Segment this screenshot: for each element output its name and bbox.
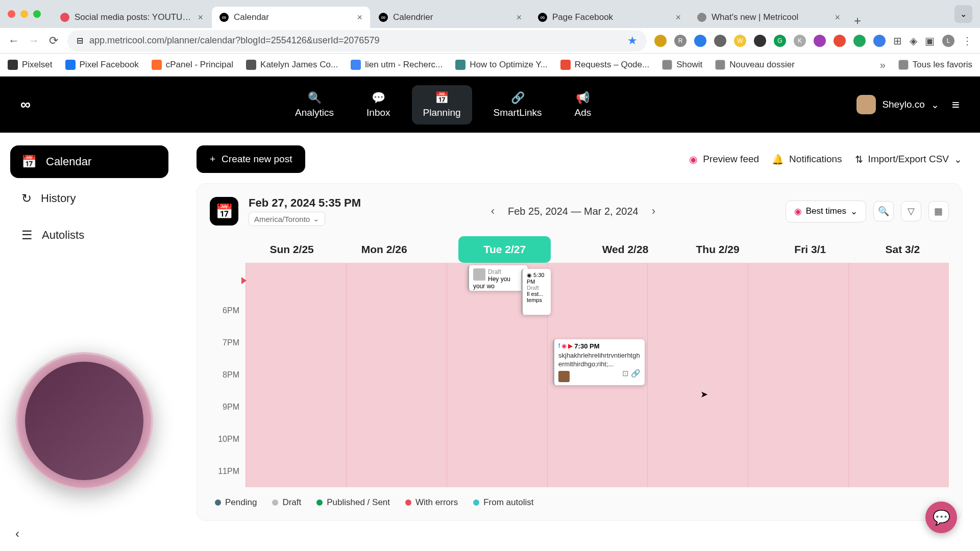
bookmark-nouveau[interactable]: Nouveau dossier: [715, 60, 795, 70]
tabs-dropdown[interactable]: ⌄: [954, 5, 972, 23]
transfer-icon: ⇅: [855, 154, 863, 165]
ext-icon[interactable]: K: [794, 35, 806, 47]
ext-icon[interactable]: ◈: [910, 35, 917, 47]
ext-icon[interactable]: [714, 35, 726, 47]
address-bar[interactable]: ⊟ app.metricool.com/planner/calendar?blo…: [67, 30, 647, 52]
reload-button[interactable]: ⟳: [47, 34, 60, 47]
sidebar-autolists[interactable]: ☰Autolists: [10, 219, 168, 252]
sidebar-calendar[interactable]: 📅Calendar: [10, 145, 168, 178]
url-text: app.metricool.com/planner/calendar?blogI…: [89, 35, 621, 46]
tab-title: Page Facebook: [552, 12, 670, 22]
tab-calendrier[interactable]: ∞ Calendrier ×: [371, 7, 529, 28]
profile-avatar[interactable]: L: [942, 35, 954, 47]
user-menu[interactable]: Sheylo.co ⌄: [856, 95, 939, 114]
post-actions[interactable]: ⊡ 🔗: [622, 369, 641, 378]
sidebar-history[interactable]: ↻History: [10, 182, 168, 215]
search-button[interactable]: 🔍: [873, 201, 894, 221]
nav-inbox[interactable]: 💬Inbox: [355, 85, 401, 124]
calendar-large-icon: 📅: [210, 197, 238, 226]
next-week-button[interactable]: ›: [648, 201, 659, 222]
preview-feed-link[interactable]: ◉Preview feed: [689, 154, 759, 165]
notifications-link[interactable]: 🔔Notifications: [772, 154, 842, 165]
sidepanel-icon[interactable]: ▣: [925, 35, 935, 47]
bookmark-star-icon[interactable]: ★: [627, 34, 638, 47]
link-icon: 🔗: [511, 91, 525, 105]
time-grid[interactable]: 6PM 7PM 8PM 9PM 10PM 11PM Draft Hey: [210, 263, 949, 487]
bookmark-showit[interactable]: Showit: [662, 60, 702, 70]
window-controls: [8, 10, 41, 18]
nav-ads[interactable]: 📢Ads: [564, 85, 603, 124]
ext-icon[interactable]: [873, 35, 886, 47]
prev-week-button[interactable]: ‹: [487, 201, 499, 222]
collapse-sidebar[interactable]: ‹: [15, 527, 19, 541]
bookmark-cpanel[interactable]: cPanel - Principal: [152, 60, 233, 70]
filter-button[interactable]: ▽: [901, 201, 921, 221]
create-post-button[interactable]: +Create new post: [197, 145, 305, 173]
all-bookmarks[interactable]: Tous les favoris: [898, 60, 972, 70]
nav-planning[interactable]: 📅Planning: [412, 85, 472, 124]
close-icon[interactable]: ×: [198, 12, 203, 23]
ext-icon[interactable]: G: [774, 35, 786, 47]
day-header-tue-today: Tue 2/27: [458, 236, 551, 263]
site-info-icon[interactable]: ⊟: [77, 36, 83, 45]
day-header-sat: Sat 3/2: [856, 236, 949, 263]
tab-social-media[interactable]: Social media posts: YOUTUBE ×: [53, 7, 211, 28]
ext-icon[interactable]: [834, 35, 846, 47]
ext-icon[interactable]: [853, 35, 866, 47]
tab-calendar[interactable]: ∞ Calendar ×: [212, 7, 370, 28]
minimize-window[interactable]: [20, 10, 28, 18]
nav-smartlinks[interactable]: 🔗SmartLinks: [482, 85, 553, 124]
bookmark-pixel-fb[interactable]: Pixel Facebook: [65, 60, 139, 70]
legend: Pending Draft Published / Sent With erro…: [210, 497, 949, 508]
logo[interactable]: ∞: [20, 96, 30, 113]
ext-icon[interactable]: [654, 35, 667, 47]
sidebar: 📅Calendar ↻History ☰Autolists ‹: [0, 133, 179, 551]
best-times-dropdown[interactable]: ◉Best times⌄: [786, 201, 866, 222]
close-icon[interactable]: ×: [357, 12, 362, 23]
maximize-window[interactable]: [33, 10, 41, 18]
post-card-draft-2[interactable]: ◉ 5:30 PM Draft Il est... temps: [521, 269, 551, 315]
ext-icon[interactable]: [694, 35, 706, 47]
import-export-link[interactable]: ⇅Import/Export CSV⌄: [855, 154, 962, 165]
calendar-panel: 📅 Feb 27, 2024 5:35 PM America/Toronto⌄ …: [197, 183, 962, 521]
ext-icon[interactable]: W: [734, 35, 746, 47]
bookmark-utm[interactable]: lien utm - Recherc...: [351, 60, 443, 70]
bookmark-pixelset[interactable]: Pixelset: [8, 60, 53, 70]
grid-columns[interactable]: Draft Hey you your wo ◉ 5:30 PM Draft Il…: [246, 263, 949, 487]
tab-strip: Social media posts: YOUTUBE × ∞ Calendar…: [53, 0, 950, 28]
legend-autolist: From autolist: [473, 497, 533, 508]
close-icon[interactable]: ×: [675, 12, 681, 23]
extensions-icon[interactable]: ⊞: [893, 35, 902, 47]
bookmark-qode[interactable]: Requests – Qode...: [560, 60, 649, 70]
chat-fab[interactable]: 💬: [925, 502, 957, 533]
ext-icon[interactable]: R: [674, 35, 687, 47]
url-bar: ← → ⟳ ⊟ app.metricool.com/planner/calend…: [0, 28, 980, 54]
post-card-draft-1[interactable]: Draft Hey you your wo: [468, 265, 528, 291]
nav-analytics[interactable]: 🔍Analytics: [284, 85, 345, 124]
ext-icon[interactable]: [814, 35, 826, 47]
back-button[interactable]: ←: [8, 34, 20, 47]
close-window[interactable]: [8, 10, 15, 18]
close-icon[interactable]: ×: [835, 12, 840, 23]
bookmark-katelyn[interactable]: Katelyn James Co...: [246, 60, 338, 70]
calendar-icon: 📅: [21, 155, 37, 169]
calendar-tools: ◉Best times⌄ 🔍 ▽ ▦: [786, 201, 949, 222]
bookmark-optimize[interactable]: How to Optimize Y...: [455, 60, 547, 70]
menu-icon[interactable]: ⋮: [962, 35, 972, 47]
view-toggle-button[interactable]: ▦: [928, 201, 949, 221]
post-text: skjhakhrlehrelihrtrvntierhtghermlthirdhg…: [558, 352, 641, 369]
plus-icon: +: [210, 154, 215, 165]
timezone-select[interactable]: America/Toronto⌄: [249, 212, 325, 226]
webcam-overlay: [15, 352, 153, 490]
post-card-wed[interactable]: f◉▶7:30 PM skjhakhrlehrelihrtrvntierhtgh…: [553, 339, 645, 385]
ext-icon[interactable]: [754, 35, 766, 47]
close-icon[interactable]: ×: [516, 12, 522, 23]
tab-whatsnew[interactable]: What's new | Metricool ×: [690, 7, 848, 28]
forward-button[interactable]: →: [28, 34, 40, 47]
new-tab-button[interactable]: +: [849, 14, 866, 28]
tab-facebook[interactable]: ∞ Page Facebook ×: [530, 7, 689, 28]
bookmarks-overflow[interactable]: »: [880, 59, 886, 71]
app-header: ∞ 🔍Analytics 💬Inbox 📅Planning 🔗SmartLink…: [0, 77, 980, 133]
hamburger-icon[interactable]: ≡: [952, 97, 960, 113]
instagram-icon: ◉: [527, 272, 532, 278]
